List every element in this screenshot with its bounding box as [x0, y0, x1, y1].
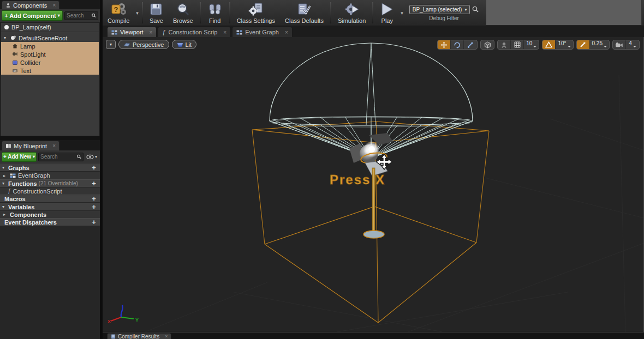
expand-arrow-icon[interactable]: ▾ — [2, 181, 7, 186]
row-event-graph[interactable]: ▸ EventGraph — [0, 172, 100, 179]
components-category-label: Components — [10, 211, 46, 218]
caret-down-icon: ▾ — [110, 42, 112, 47]
compile-button[interactable]: ? Compile — [103, 0, 134, 26]
axis-gizmo: X Y — [108, 305, 139, 324]
play-button[interactable]: Play — [375, 0, 399, 26]
expand-arrow-icon[interactable]: ▸ — [3, 212, 8, 217]
tree-item-self[interactable]: BP_Lamp(self) — [1, 23, 99, 32]
visibility-filter-button[interactable]: ▾ — [85, 154, 98, 160]
section-graphs[interactable]: ▾ Graphs + — [0, 164, 100, 172]
rotate-tool-button[interactable] — [451, 40, 464, 49]
tree-item-spotlight-label: SpotLight — [20, 51, 45, 58]
grid-snap-value-button[interactable]: 10 — [524, 40, 539, 49]
class-settings-button[interactable]: Class Settings — [232, 0, 280, 26]
add-graph-button[interactable]: + — [90, 164, 98, 172]
scale-tool-button[interactable] — [464, 40, 477, 49]
tab-construction-label: Construction Scrip — [168, 29, 217, 35]
expand-arrow-icon[interactable]: ▾ — [2, 165, 7, 170]
debug-object-dropdown[interactable]: BP_Lamp (selected) ▾ — [409, 5, 470, 14]
section-functions[interactable]: ▾ Functions (21 Overridable) + — [0, 179, 100, 187]
close-icon[interactable]: × — [150, 29, 153, 35]
play-options-caret[interactable]: ▾ — [399, 0, 405, 26]
tab-components[interactable]: Components × — [2, 1, 59, 9]
lit-mode-button[interactable]: Lit — [172, 40, 197, 49]
close-icon[interactable]: × — [52, 2, 56, 8]
tree-item-lamp-label: Lamp — [20, 43, 35, 50]
components-search[interactable] — [64, 11, 98, 20]
tab-event-graph[interactable]: Event Graph × — [232, 27, 293, 37]
myblueprint-toolbar: + Add New ▾ ▾ — [0, 150, 100, 164]
compile-label: Compile — [108, 17, 129, 24]
find-button[interactable]: Find — [202, 0, 228, 26]
browse-button[interactable]: Browse — [168, 0, 198, 26]
caret-down-icon: ▾ — [464, 7, 467, 12]
add-function-button[interactable]: + — [90, 179, 98, 187]
expand-arrow-icon[interactable]: ▸ — [3, 173, 8, 178]
close-icon[interactable]: × — [223, 29, 226, 35]
tree-item-lamp[interactable]: Lamp — [1, 42, 99, 50]
close-icon[interactable]: × — [52, 143, 56, 149]
section-macros[interactable]: Macros + — [0, 195, 100, 203]
viewport-3d[interactable]: Press X X Y ▾ — [103, 37, 644, 332]
add-variable-button[interactable]: + — [90, 203, 98, 211]
scale-snap-value-button[interactable]: 0.25 — [590, 40, 609, 49]
press-x-text: Press X — [330, 172, 385, 187]
camera-speed-value-button[interactable]: 4 — [626, 40, 639, 49]
components-tab-row: Components × — [0, 0, 100, 9]
play-icon — [380, 2, 394, 17]
camera-speed-button[interactable] — [613, 40, 626, 49]
panel-divider[interactable] — [0, 136, 100, 140]
simulation-button[interactable]: Simulation — [333, 0, 371, 26]
world-local-toggle-button[interactable] — [481, 40, 494, 49]
function-icon: ƒ — [8, 188, 11, 194]
viewport-left-controls: ▾ Perspective Lit — [106, 40, 196, 49]
rotation-snap-value-button[interactable]: 10° — [556, 40, 573, 49]
scale-snap-toggle-button[interactable] — [577, 40, 590, 49]
tree-item-collider[interactable]: Collider — [1, 58, 99, 66]
myblueprint-search[interactable] — [38, 153, 84, 161]
rotation-snap-value: 10° — [558, 40, 566, 46]
toolbar-filler — [486, 0, 642, 25]
perspective-button[interactable]: Perspective — [118, 40, 169, 49]
tab-construction-script[interactable]: ƒ Construction Scrip × — [158, 27, 231, 37]
caret-down-icon — [568, 46, 571, 47]
row-components-category[interactable]: ▸ Components — [0, 211, 100, 218]
grid-snap-toggle-button[interactable] — [511, 40, 524, 49]
tree-item-root[interactable]: ▾ DefaultSceneRoot — [1, 34, 99, 42]
tab-my-blueprint-label: My Blueprint — [14, 143, 47, 149]
viewport-options-button[interactable]: ▾ — [106, 40, 116, 49]
grid-icon — [514, 41, 521, 48]
save-button[interactable]: Save — [145, 0, 168, 26]
tab-compiler-results[interactable]: Compiler Results × — [107, 333, 171, 339]
event-dispatchers-label: Event Dispatchers — [2, 219, 57, 226]
myblueprint-search-input[interactable] — [40, 154, 77, 160]
add-dispatcher-button[interactable]: + — [90, 218, 98, 226]
tab-viewport-label: Viewport — [120, 29, 144, 35]
row-construction-script[interactable]: ƒ ConstructionScript — [0, 187, 100, 195]
class-settings-label: Class Settings — [237, 17, 275, 24]
rotation-snap-toggle-button[interactable] — [542, 40, 556, 49]
simulation-label: Simulation — [338, 17, 366, 24]
class-defaults-button[interactable]: Class Defaults — [280, 0, 329, 26]
components-search-input[interactable] — [67, 13, 92, 19]
surface-snap-button[interactable] — [498, 40, 511, 49]
add-new-button[interactable]: + Add New ▾ — [2, 152, 37, 162]
event-graph-icon — [10, 173, 16, 178]
tree-item-text[interactable]: ab Text — [1, 66, 99, 75]
section-variables[interactable]: ▾ Variables + — [0, 203, 100, 211]
tab-viewport[interactable]: Viewport × — [107, 27, 157, 37]
tab-my-blueprint[interactable]: My Blueprint × — [2, 141, 59, 150]
debug-search-icon[interactable] — [472, 6, 479, 13]
expand-arrow-icon[interactable]: ▾ — [2, 204, 7, 209]
svg-text:?: ? — [114, 5, 118, 14]
close-icon[interactable]: × — [165, 334, 168, 339]
tree-item-spotlight[interactable]: SpotLight — [1, 50, 99, 58]
close-icon[interactable]: × — [285, 29, 288, 35]
section-event-dispatchers[interactable]: Event Dispatchers + — [0, 218, 100, 226]
compile-options-caret[interactable]: ▾ — [134, 0, 140, 26]
expand-arrow-icon[interactable]: ▾ — [4, 35, 8, 40]
move-tool-button[interactable] — [438, 40, 451, 49]
add-component-button[interactable]: + Add Component ▾ — [2, 10, 63, 21]
scale-snap-group: 0.25 — [576, 40, 610, 50]
add-macro-button[interactable]: + — [90, 195, 98, 203]
